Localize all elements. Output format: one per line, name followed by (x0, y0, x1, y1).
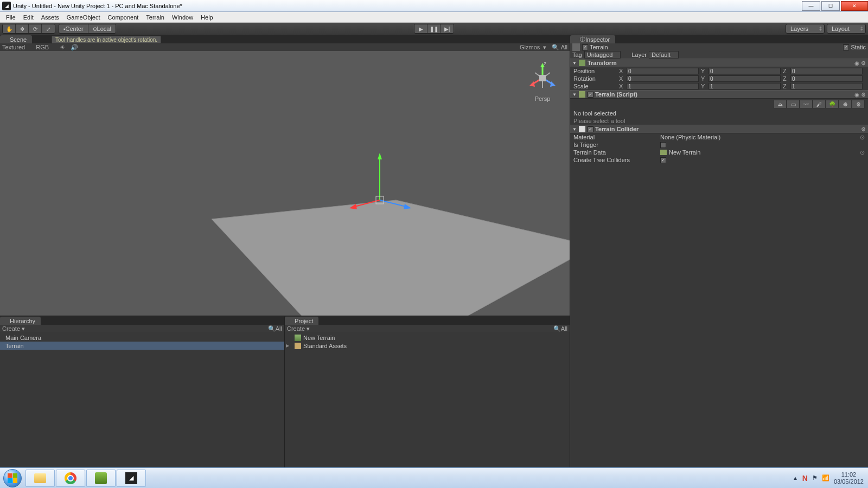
menu-edit[interactable]: Edit (20, 14, 37, 21)
scene-viewport[interactable]: y Persp (0, 51, 570, 316)
tag-dropdown[interactable]: Untagged (584, 51, 621, 59)
scale-x-input[interactable] (627, 83, 699, 89)
taskbar-explorer-button[interactable] (25, 470, 55, 487)
terrain-collider-enabled-checkbox[interactable]: ✓ (588, 126, 593, 132)
terrain-data-field[interactable]: New Terrain (669, 149, 860, 156)
object-enabled-checkbox[interactable]: ✓ (582, 44, 588, 50)
start-button[interactable] (0, 468, 25, 489)
paint-height-tool-button[interactable]: ▭ (787, 100, 800, 108)
step-button[interactable]: ▶| (441, 24, 454, 33)
menu-terrain[interactable]: Terrain (142, 14, 168, 21)
taskbar-unity-button[interactable]: ◢ (117, 470, 146, 487)
hand-tool-button[interactable]: ✋ (3, 24, 16, 33)
hierarchy-item-terrain[interactable]: Terrain (0, 342, 284, 350)
play-button[interactable]: ▶ (414, 24, 427, 33)
smooth-tool-button[interactable]: 〰 (800, 100, 813, 108)
project-search[interactable]: 🔍All (553, 325, 567, 332)
component-menu-icon[interactable]: ◉ ⚙ (854, 92, 866, 98)
inspector-tab[interactable]: ⓘ Inspector (570, 35, 615, 43)
hierarchy-tab[interactable]: Hierarchy (0, 317, 41, 325)
expand-triangle-icon[interactable]: ▶ (286, 343, 289, 348)
transform-icon (579, 60, 585, 66)
pause-button[interactable]: ❚❚ (427, 24, 441, 33)
menu-component[interactable]: Component (104, 14, 142, 21)
gizmos-dropdown[interactable]: Gizmos (520, 44, 540, 50)
paint-texture-tool-button[interactable]: 🖌 (813, 100, 826, 108)
project-tab[interactable]: Project (285, 317, 318, 325)
terrain-collider-icon (579, 126, 585, 132)
project-create-label: Create (287, 325, 305, 332)
window-minimize-button[interactable]: — (802, 1, 820, 11)
component-menu-icon[interactable]: ⚙ (861, 126, 866, 132)
scale-z-input[interactable] (790, 83, 863, 89)
taskbar-app-button[interactable] (86, 470, 116, 487)
menu-window[interactable]: Window (168, 14, 197, 21)
tray-network-icon[interactable]: 📶 (822, 474, 829, 481)
tray-n-icon[interactable]: N (802, 474, 808, 483)
taskbar-chrome-button[interactable] (56, 470, 85, 487)
scene-panel: Scene Tool handles are in active object'… (0, 35, 570, 316)
window-maximize-button[interactable]: ☐ (821, 1, 840, 11)
tree-colliders-checkbox[interactable]: ✓ (660, 157, 666, 163)
hierarchy-create-dropdown[interactable]: Create ▾ (2, 325, 25, 332)
scene-audio-toggle[interactable]: 🔊 (71, 44, 78, 51)
menu-file[interactable]: File (2, 14, 20, 21)
scene-tab[interactable]: Scene (0, 35, 32, 43)
scale-tool-button[interactable]: ⤢ (42, 24, 55, 33)
project-tab-label: Project (295, 318, 313, 324)
shading-dropdown[interactable]: Textured (2, 44, 25, 50)
scene-search[interactable]: 🔍 All (552, 44, 567, 51)
scene-toolbar: Textured RGB ☀ 🔊 Gizmos ▾ 🔍 All (0, 43, 570, 51)
position-z-input[interactable] (790, 68, 863, 74)
window-close-button[interactable]: ✕ (841, 1, 868, 11)
hierarchy-search[interactable]: 🔍All (268, 325, 282, 332)
terrain-script-header[interactable]: ▼ ✓ Terrain (Script) ◉ ⚙ (570, 90, 868, 99)
tray-action-center-icon[interactable]: ⚑ (812, 474, 818, 481)
transform-component-header[interactable]: ▼ Transform ◉ ⚙ (570, 59, 868, 67)
terrain-collider-title: Terrain Collider (595, 126, 639, 132)
paint-details-tool-button[interactable]: ❋ (839, 100, 852, 108)
pivot-mode-button[interactable]: ▪ Center (59, 24, 88, 33)
rotate-tool-button[interactable]: ⟳ (29, 24, 42, 33)
position-x-input[interactable] (627, 68, 699, 74)
inspector-panel: ⓘ Inspector ✓ Terrain ✓ Static Tag Untag… (570, 35, 868, 467)
menu-assets[interactable]: Assets (37, 14, 63, 21)
windows-logo-icon (8, 473, 17, 483)
menu-gameobject[interactable]: GameObject (63, 14, 104, 21)
is-trigger-checkbox[interactable] (660, 142, 666, 148)
scene-light-toggle[interactable]: ☀ (60, 44, 65, 51)
object-name-field[interactable]: Terrain (590, 44, 843, 50)
handle-mode-button[interactable]: ⊙ Local (88, 24, 116, 33)
raise-lower-tool-button[interactable]: ⛰ (774, 100, 787, 108)
scene-orientation-gizmo[interactable]: y Persp (526, 62, 559, 94)
rotation-z-input[interactable] (790, 75, 863, 82)
tray-expand-button[interactable]: ▲ (793, 475, 798, 481)
window-title: Unity - Untitled - New Unity Project 1 -… (13, 3, 182, 9)
project-create-dropdown[interactable]: Create ▾ (287, 325, 310, 332)
render-mode-dropdown[interactable]: RGB (36, 44, 49, 50)
terrain-asset-icon (295, 335, 301, 341)
project-item-standard-assets[interactable]: ▶ Standard Assets (285, 342, 570, 350)
static-checkbox[interactable]: ✓ (843, 44, 849, 50)
project-item-new-terrain[interactable]: New Terrain (285, 333, 570, 342)
rotation-y-input[interactable] (709, 75, 781, 82)
scale-y-input[interactable] (709, 83, 781, 89)
layers-dropdown[interactable]: Layers (786, 24, 825, 34)
position-y-input[interactable] (709, 68, 781, 74)
component-menu-icon[interactable]: ◉ ⚙ (854, 60, 866, 66)
terrain-script-enabled-checkbox[interactable]: ✓ (588, 92, 593, 98)
move-tool-button[interactable]: ✥ (16, 24, 29, 33)
hierarchy-item-camera[interactable]: Main Camera (0, 333, 284, 342)
playback-controls: ▶ ❚❚ ▶| (414, 24, 454, 34)
menu-help[interactable]: Help (197, 14, 217, 21)
terrain-collider-header[interactable]: ▼ ✓ Terrain Collider ⚙ (570, 125, 868, 133)
hierarchy-panel: Hierarchy Create ▾ 🔍All Main Camera Terr… (0, 316, 285, 467)
layout-dropdown[interactable]: Layout (827, 24, 866, 34)
rotation-x-input[interactable] (627, 75, 699, 82)
place-trees-tool-button[interactable]: 🌳 (826, 100, 839, 108)
material-field[interactable]: None (Physic Material) (660, 134, 860, 140)
taskbar-clock[interactable]: 11:02 03/05/2012 (834, 471, 864, 484)
static-label: Static (851, 44, 866, 50)
layer-dropdown[interactable]: Default (649, 51, 679, 59)
terrain-settings-tool-button[interactable]: ⚙ (852, 100, 865, 108)
